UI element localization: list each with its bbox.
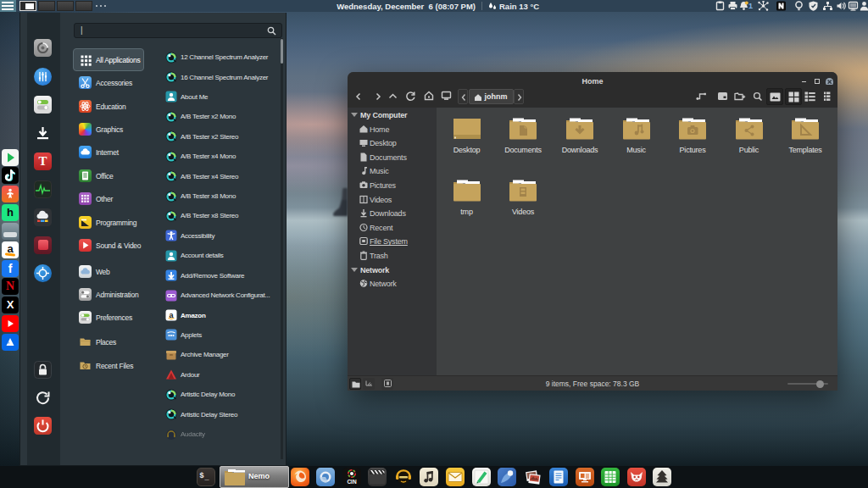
svg-text:CIN: CIN (347, 479, 357, 485)
